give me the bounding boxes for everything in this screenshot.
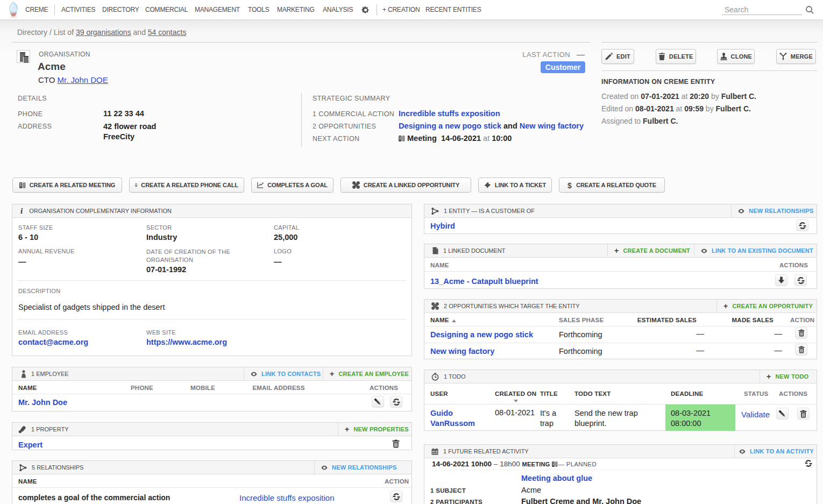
svg-text:$: $ <box>567 181 572 189</box>
